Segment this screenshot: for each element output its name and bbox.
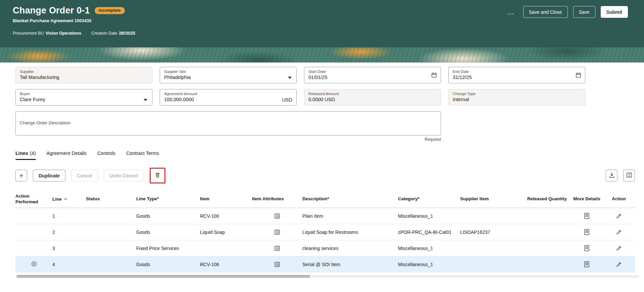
column-header-action[interactable]: Action (603, 196, 635, 202)
horizontal-scrollbar-track[interactable] (16, 275, 639, 278)
edit-pencil-icon[interactable] (616, 213, 622, 219)
cell-description: Plain Item (302, 213, 398, 219)
table-row[interactable]: 2 Goods Liquid Soap Liquid Soap for Rest… (15, 224, 635, 240)
edit-pencil-icon[interactable] (616, 261, 622, 267)
column-header-action-performed[interactable]: Action Performed (15, 194, 52, 205)
horizontal-scrollbar-thumb[interactable] (16, 275, 310, 278)
item-attributes-icon[interactable] (274, 213, 280, 219)
creation-date-value: 28/10/25 (119, 31, 135, 36)
manage-columns-button[interactable] (623, 170, 635, 181)
field-label: Buyer (20, 92, 148, 96)
decorative-art-band (0, 47, 644, 62)
tab-contract-terms[interactable]: Contract Terms (126, 151, 159, 160)
cell-item: RCV-106 (200, 262, 252, 267)
more-details-icon[interactable] (584, 213, 590, 219)
buyer-field[interactable]: Buyer Clare Furey (15, 89, 152, 106)
agreement-amount-field[interactable]: Agreement Amount 100,000.0000 USD (160, 89, 297, 106)
main-content: Supplier Tall Manufacturing Supplier Sit… (0, 67, 644, 278)
header-meta: Procurement BUVision Operations Creation… (13, 31, 135, 36)
chevron-down-icon[interactable] (288, 74, 292, 80)
tab-lines[interactable]: Lines(4) (15, 151, 36, 160)
page-subtitle: Blanket Purchase Agreement 1003435 (13, 18, 135, 23)
cell-line: 1 (52, 213, 86, 219)
calendar-icon[interactable] (431, 72, 437, 79)
procurement-bu-label: Procurement BU (13, 31, 44, 36)
chevron-down-icon[interactable] (144, 96, 147, 102)
column-header-more-details[interactable]: More Details (571, 196, 603, 202)
item-attributes-icon[interactable] (274, 261, 280, 267)
more-details-icon[interactable] (584, 261, 590, 267)
start-date-field[interactable]: Start Date 01/01/25 (304, 67, 441, 83)
lines-table: Action Performed Line Status Line Type* … (15, 191, 635, 273)
calendar-icon[interactable] (576, 72, 581, 79)
status-badge: Incomplete (95, 7, 125, 14)
table-row-selected[interactable]: 4 Goods RCV-106 Serial @ SOI Item Miscel… (15, 256, 635, 273)
sort-ascending-icon[interactable] (64, 196, 67, 201)
column-header-category[interactable]: Category* (398, 196, 460, 202)
column-header-description[interactable]: Description* (302, 196, 398, 202)
cell-line: 3 (52, 246, 86, 251)
cell-category: Miscellaneous_1 (398, 246, 460, 251)
column-header-item[interactable]: Item (200, 196, 252, 202)
submit-button[interactable]: Submit (601, 6, 628, 18)
duplicate-button[interactable]: Duplicate (33, 170, 65, 181)
edit-pencil-icon[interactable] (616, 245, 622, 251)
export-button[interactable] (606, 170, 617, 181)
supplier-field[interactable]: Supplier Tall Manufacturing (15, 67, 152, 83)
more-details-icon[interactable] (584, 229, 590, 235)
cell-item: RCV-100 (200, 213, 252, 219)
cell-line-type: Fixed Price Services (136, 246, 200, 251)
column-header-status[interactable]: Status (86, 196, 136, 202)
header-actions: … Save and Close Save Submit (504, 5, 628, 47)
columns-icon (626, 172, 632, 179)
cell-line: 2 (52, 230, 86, 235)
cancel-button[interactable]: Cancel (71, 170, 98, 181)
tab-label: Agreement Details (47, 151, 87, 156)
table-row[interactable]: 1 Goods RCV-100 Plain Item Miscellaneous… (15, 208, 635, 224)
field-label: End Date (453, 70, 581, 74)
cell-category: Miscellaneous_1 (398, 262, 460, 267)
creation-date: Creation Date28/10/25 (91, 31, 135, 36)
field-value: 01/01/25 (308, 75, 437, 80)
undo-cancel-button[interactable]: Undo Cancel (104, 170, 144, 181)
field-value: Internal (453, 97, 581, 102)
column-header-released-quantity[interactable]: Released Quantity (527, 196, 571, 202)
item-attributes-icon[interactable] (274, 229, 280, 235)
cell-supplier-item: LISOAP16237 (460, 230, 527, 235)
header-left: Change Order 0-1 Incomplete Blanket Purc… (13, 5, 135, 47)
column-header-line-type[interactable]: Line Type* (136, 196, 200, 202)
field-label: Agreement Amount (164, 92, 292, 96)
save-button[interactable]: Save (573, 6, 595, 18)
save-and-close-button[interactable]: Save and Close (523, 6, 568, 18)
supplier-site-field[interactable]: Supplier Site Philadelphia (160, 67, 297, 83)
edit-pencil-icon[interactable] (616, 229, 622, 235)
table-row[interactable]: 3 Fixed Price Services cleaning services… (15, 240, 635, 256)
app-header: Change Order 0-1 Incomplete Blanket Purc… (0, 0, 644, 47)
column-header-line[interactable]: Line (52, 196, 86, 202)
tab-label: Contract Terms (126, 151, 159, 156)
table-header-row: Action Performed Line Status Line Type* … (15, 191, 635, 208)
trash-icon (155, 172, 160, 179)
field-value: 31/12/25 (453, 75, 581, 80)
cell-line: 4 (52, 262, 86, 267)
cell-line-type: Goods (136, 213, 200, 219)
field-value: Philadelphia (164, 75, 292, 80)
item-attributes-icon[interactable] (274, 245, 280, 251)
column-header-label: Line (52, 197, 62, 202)
change-order-description-field[interactable]: Change Order Description (15, 111, 441, 135)
end-date-field[interactable]: End Date 31/12/25 (448, 67, 585, 83)
column-header-item-attributes[interactable]: Item Attributes (252, 196, 302, 202)
add-line-button[interactable]: + (15, 170, 27, 181)
tab-agreement-details[interactable]: Agreement Details (47, 151, 87, 160)
tab-count: (4) (30, 151, 36, 156)
procurement-bu: Procurement BUVision Operations (13, 31, 81, 36)
more-details-icon[interactable] (584, 245, 590, 251)
column-header-supplier-item[interactable]: Supplier Item (460, 196, 527, 202)
delete-button[interactable] (152, 170, 163, 181)
tab-label: Controls (97, 151, 115, 156)
more-actions-button[interactable]: … (504, 6, 518, 18)
page-title: Change Order 0-1 (13, 5, 90, 16)
tab-controls[interactable]: Controls (97, 151, 115, 160)
released-amount-field: Released Amount 0.0000 USD (304, 89, 441, 106)
required-hint: Required (15, 137, 441, 142)
